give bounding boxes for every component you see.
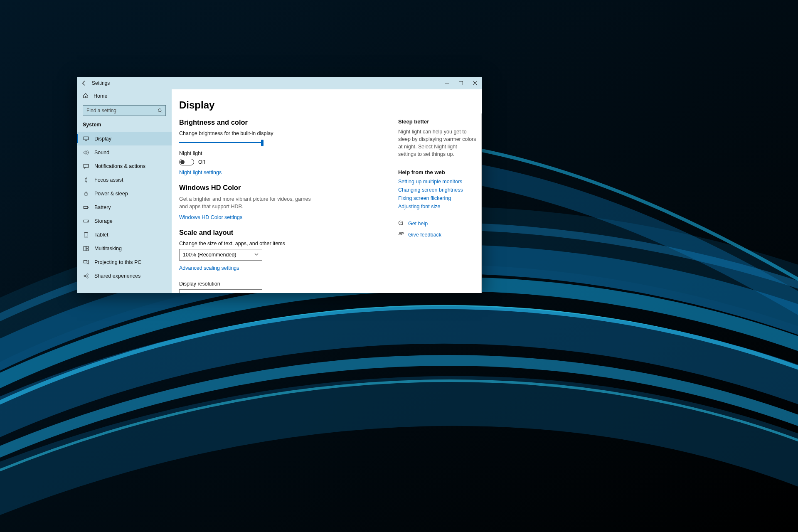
power-icon <box>83 191 89 197</box>
help-heading: Help from the web <box>398 169 476 175</box>
sleep-text: Night light can help you get to sleep by… <box>398 128 476 158</box>
minimize-button[interactable] <box>440 77 454 89</box>
svg-rect-7 <box>84 164 88 167</box>
night-light-toggle[interactable] <box>179 159 194 165</box>
multitask-icon <box>83 246 89 251</box>
help-link[interactable]: Fixing screen flickering <box>398 195 476 201</box>
svg-point-15 <box>86 236 86 236</box>
hd-desc: Get a brighter and more vibrant picture … <box>179 196 316 210</box>
svg-line-4 <box>161 111 162 113</box>
message-icon <box>83 163 89 169</box>
sidebar-item-storage[interactable]: Storage <box>77 214 172 228</box>
svg-point-13 <box>87 221 88 221</box>
sidebar-item-label: Power & sleep <box>94 191 128 197</box>
sidebar-item-focus-assist[interactable]: Focus assist <box>77 173 172 187</box>
svg-point-21 <box>87 273 88 275</box>
monitor-icon <box>83 136 89 142</box>
sidebar-section-title: System <box>77 119 172 132</box>
settings-window: Settings Home <box>77 77 482 293</box>
text-size-value: 100% (Recommended) <box>183 252 236 258</box>
help-link[interactable]: Setting up multiple monitors <box>398 179 476 185</box>
text-size-select[interactable]: 100% (Recommended) <box>179 249 262 261</box>
sidebar-item-label: Shared experiences <box>94 273 140 279</box>
sidebar-home-label: Home <box>94 93 107 99</box>
sidebar-item-notifications-actions[interactable]: Notifications & actions <box>77 159 172 173</box>
text-size-label: Change the size of text, apps, and other… <box>179 241 387 246</box>
sidebar-item-label: Projecting to this PC <box>94 259 141 265</box>
page-title: Display <box>179 99 387 111</box>
brightness-slider-label: Change brightness for the built-in displ… <box>179 131 387 136</box>
close-button[interactable] <box>468 77 482 89</box>
feedback-label: Give feedback <box>408 232 441 238</box>
window-title: Settings <box>91 80 110 86</box>
sidebar-item-shared-experiences[interactable]: Shared experiences <box>77 269 172 283</box>
chevron-down-icon <box>254 252 259 258</box>
sidebar-item-label: Storage <box>94 218 113 224</box>
scale-heading: Scale and layout <box>179 229 387 236</box>
help-links: Setting up multiple monitorsChanging scr… <box>398 179 476 209</box>
search-input[interactable] <box>83 108 155 113</box>
svg-rect-11 <box>88 207 88 208</box>
scrollbar[interactable] <box>481 113 482 293</box>
svg-rect-26 <box>401 232 403 234</box>
svg-point-3 <box>158 108 161 111</box>
svg-rect-19 <box>84 260 87 263</box>
svg-rect-18 <box>86 249 88 250</box>
svg-point-25 <box>399 232 401 234</box>
night-light-state: Off <box>198 159 205 165</box>
hd-heading: Windows HD Color <box>179 184 387 192</box>
night-light-settings-link[interactable]: Night light settings <box>179 170 222 175</box>
feedback-icon <box>398 232 404 239</box>
sidebar-item-projecting-to-this-pc[interactable]: Projecting to this PC <box>77 255 172 269</box>
advanced-scaling-link[interactable]: Advanced scaling settings <box>179 265 239 271</box>
sidebar-nav: DisplaySoundNotifications & actionsFocus… <box>77 132 172 293</box>
sidebar-item-label: Battery <box>94 204 111 210</box>
svg-rect-10 <box>84 206 88 208</box>
resolution-select[interactable]: 1366 × 768 (Recommended) <box>179 289 262 293</box>
sidebar-item-battery[interactable]: Battery <box>77 200 172 214</box>
sidebar-item-label: Notifications & actions <box>94 163 145 169</box>
search-box[interactable] <box>83 105 166 116</box>
tablet-icon <box>83 232 89 238</box>
sidebar-item-label: Focus assist <box>94 177 123 183</box>
right-rail: Sleep better Night light can help you ge… <box>395 89 482 293</box>
brightness-heading: Brightness and color <box>179 118 387 126</box>
titlebar: Settings <box>77 77 482 89</box>
help-link[interactable]: Adjusting font size <box>398 204 476 209</box>
resolution-label: Display resolution <box>179 281 387 287</box>
sidebar-item-label: Display <box>94 136 111 142</box>
help-link[interactable]: Changing screen brightness <box>398 187 476 193</box>
battery-icon <box>83 204 89 210</box>
svg-rect-2 <box>459 81 463 85</box>
get-help-link[interactable]: ? Get help <box>398 220 476 227</box>
resolution-value: 1366 × 768 (Recommended) <box>183 292 249 293</box>
svg-point-22 <box>87 276 88 278</box>
sidebar: Home System DisplaySoundNotifications & … <box>77 89 172 293</box>
get-help-label: Get help <box>408 221 428 227</box>
chevron-down-icon <box>254 292 259 293</box>
home-icon <box>83 93 89 100</box>
main-area: Display Brightness and color Change brig… <box>172 89 482 293</box>
sidebar-item-label: Sound <box>94 150 109 155</box>
sidebar-item-label: Multitasking <box>94 246 122 251</box>
sidebar-item-power-sleep[interactable]: Power & sleep <box>77 187 172 200</box>
sidebar-item-sound[interactable]: Sound <box>77 145 172 159</box>
speaker-icon <box>83 150 89 155</box>
content: Display Brightness and color Change brig… <box>172 89 395 293</box>
share-icon <box>83 273 89 279</box>
give-feedback-link[interactable]: Give feedback <box>398 232 476 239</box>
sidebar-item-display[interactable]: Display <box>77 132 172 145</box>
sidebar-item-multitasking[interactable]: Multitasking <box>77 241 172 255</box>
help-icon: ? <box>398 220 404 227</box>
svg-text:?: ? <box>400 221 401 224</box>
sidebar-home[interactable]: Home <box>77 89 172 103</box>
sidebar-item-tablet[interactable]: Tablet <box>77 228 172 241</box>
hd-settings-link[interactable]: Windows HD Color settings <box>179 214 242 220</box>
back-button[interactable] <box>77 77 91 89</box>
maximize-button[interactable] <box>454 77 468 89</box>
svg-rect-5 <box>84 137 88 140</box>
sidebar-item-label: Tablet <box>94 232 108 238</box>
brightness-slider[interactable] <box>179 139 262 146</box>
project-icon <box>83 259 89 265</box>
drive-icon <box>83 218 89 224</box>
